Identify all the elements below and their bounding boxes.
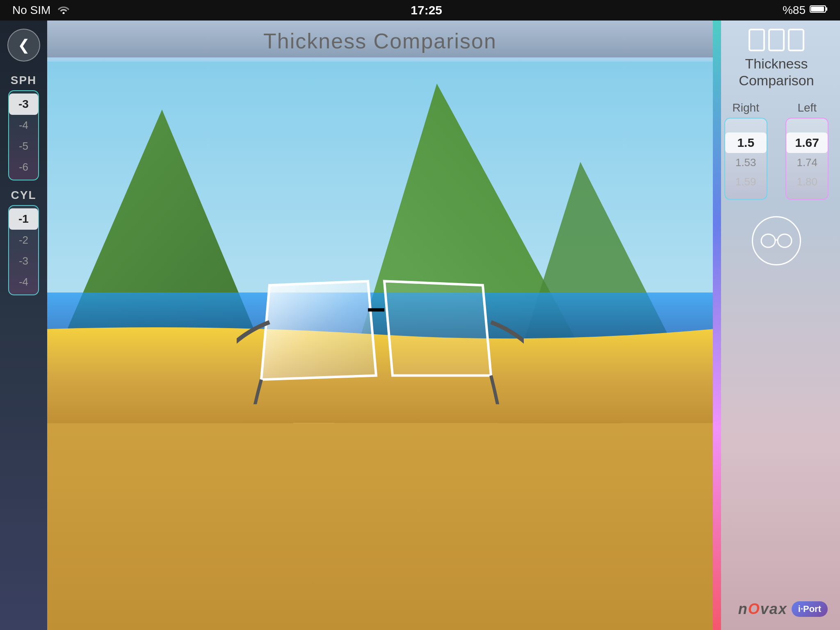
left-item-selected[interactable]: 1.67 bbox=[786, 132, 828, 153]
left-item-top[interactable] bbox=[786, 126, 828, 132]
iport-badge: i·Port bbox=[792, 601, 828, 617]
svg-rect-2 bbox=[826, 7, 827, 11]
battery-text: %85 bbox=[783, 4, 806, 17]
cyl-label: CYL bbox=[11, 189, 37, 202]
lens-icon-left bbox=[749, 29, 765, 51]
novax-o: O bbox=[748, 600, 760, 617]
cyl-picker[interactable]: -1 -2 -3 -4 bbox=[8, 205, 39, 295]
cyl-item-2[interactable]: -2 bbox=[9, 230, 38, 251]
right-item-2[interactable]: 1.53 bbox=[725, 153, 767, 172]
right-index-col: Right 1.5 1.53 1.59 bbox=[719, 101, 773, 200]
left-index-col: Left 1.67 1.74 1.80 bbox=[781, 101, 834, 200]
svg-point-8 bbox=[778, 234, 792, 247]
right-item-3[interactable]: 1.59 bbox=[725, 172, 767, 192]
panel-icon bbox=[749, 29, 804, 51]
right-index-picker[interactable]: 1.5 1.53 1.59 bbox=[724, 118, 767, 200]
glasses-outline-icon bbox=[760, 233, 793, 249]
right-panel: Thickness Comparison Right 1.5 1.53 1.59… bbox=[713, 21, 840, 630]
glasses-svg bbox=[237, 261, 524, 404]
sph-item-4[interactable]: -6 bbox=[9, 157, 38, 178]
novax-logo: nOvax i·Port bbox=[738, 600, 828, 618]
svg-point-0 bbox=[63, 12, 65, 14]
sph-label: SPH bbox=[11, 74, 37, 87]
sph-control-group: SPH -3 -4 -5 -6 bbox=[0, 74, 47, 180]
page-title: Thickness Comparison bbox=[263, 29, 497, 53]
back-button[interactable]: ❮ bbox=[7, 29, 40, 62]
right-label: Right bbox=[733, 101, 759, 114]
carrier-text: No SIM bbox=[12, 4, 50, 17]
glasses-compare-button[interactable] bbox=[752, 216, 801, 265]
cyl-item-3[interactable]: -3 bbox=[9, 251, 38, 272]
battery-icon bbox=[810, 4, 828, 17]
svg-point-7 bbox=[761, 234, 775, 247]
sph-item-3[interactable]: -5 bbox=[9, 136, 38, 157]
novax-text: nOvax bbox=[738, 600, 788, 618]
status-right: %85 bbox=[783, 4, 828, 17]
right-item-selected[interactable]: 1.5 bbox=[725, 132, 767, 153]
sidebar: ❮ SPH -3 -4 -5 -6 CYL -1 -2 -3 -4 bbox=[0, 21, 47, 630]
svg-rect-3 bbox=[811, 7, 824, 11]
panel-title: Thickness Comparison bbox=[739, 55, 814, 89]
sph-picker[interactable]: -3 -4 -5 -6 bbox=[8, 90, 39, 180]
status-bar: No SIM 17:25 %85 bbox=[0, 0, 840, 21]
lens-icon-middle bbox=[768, 29, 785, 51]
lens-icon-right bbox=[788, 29, 804, 51]
left-index-picker[interactable]: 1.67 1.74 1.80 bbox=[785, 118, 829, 200]
left-label: Left bbox=[797, 101, 817, 114]
glasses-overlay bbox=[237, 261, 524, 404]
cyl-control-group: CYL -1 -2 -3 -4 bbox=[0, 189, 47, 295]
panel-title-line2: Comparison bbox=[739, 73, 814, 88]
status-left: No SIM bbox=[12, 4, 70, 17]
main-content: Thickness Comparison bbox=[47, 21, 713, 630]
panel-title-line1: Thickness bbox=[745, 56, 808, 71]
right-item-top[interactable] bbox=[725, 126, 767, 132]
index-pickers-row: Right 1.5 1.53 1.59 Left 1.67 1.74 1.80 bbox=[719, 101, 834, 200]
sph-item-selected[interactable]: -3 bbox=[9, 94, 38, 115]
back-icon: ❮ bbox=[18, 37, 30, 54]
title-bar: Thickness Comparison bbox=[47, 21, 713, 62]
sph-item-2[interactable]: -4 bbox=[9, 115, 38, 136]
cyl-item-selected[interactable]: -1 bbox=[9, 208, 38, 230]
status-time: 17:25 bbox=[411, 3, 442, 17]
left-item-2[interactable]: 1.74 bbox=[786, 153, 828, 172]
wifi-icon bbox=[57, 4, 70, 17]
cyl-item-4[interactable]: -4 bbox=[9, 272, 38, 292]
left-item-3[interactable]: 1.80 bbox=[786, 172, 828, 192]
